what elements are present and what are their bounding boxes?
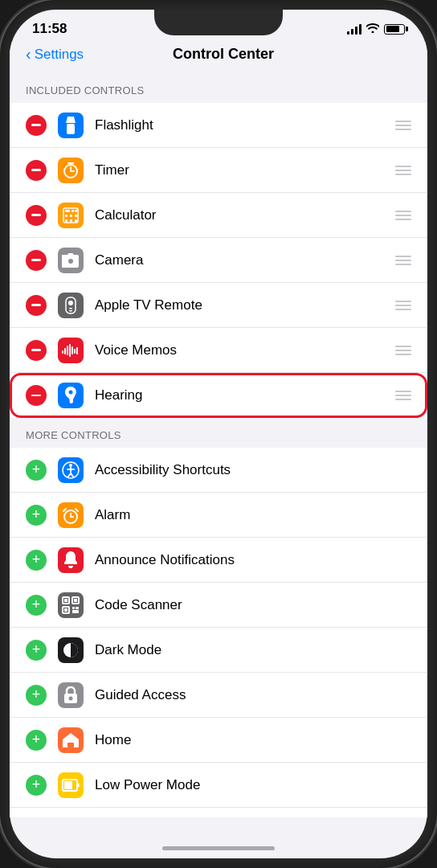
flashlight-icon xyxy=(58,113,84,138)
wifi-icon xyxy=(366,23,379,35)
svg-rect-23 xyxy=(69,344,71,357)
voicememos-icon xyxy=(58,338,84,363)
add-button-guidedaccess[interactable] xyxy=(26,685,47,706)
svg-rect-25 xyxy=(74,349,76,354)
phone-screen: 11:58 xyxy=(10,10,427,858)
svg-rect-11 xyxy=(65,219,67,222)
list-item[interactable]: Dark Mode xyxy=(10,628,427,673)
list-item[interactable]: Apple TV Remote xyxy=(10,283,427,328)
list-item[interactable]: Voice Memos xyxy=(10,328,427,373)
drag-handle-timer[interactable] xyxy=(395,166,411,175)
add-button-home[interactable] xyxy=(26,730,47,751)
timer-icon xyxy=(58,158,84,183)
lowpower-label: Low Power Mode xyxy=(95,777,411,793)
timer-label: Timer xyxy=(95,162,395,178)
svg-rect-46 xyxy=(76,607,79,609)
list-item[interactable]: Timer xyxy=(10,148,427,193)
hearing-label: Hearing xyxy=(95,387,395,403)
nav-bar: ‹ Settings Control Center xyxy=(10,42,427,73)
list-item[interactable]: Low Power Mode xyxy=(10,763,427,808)
drag-handle-calculator[interactable] xyxy=(395,211,411,220)
hearing-list-item[interactable]: Hearing xyxy=(10,373,427,418)
list-item[interactable]: Code Scanner xyxy=(10,583,427,628)
svg-rect-19 xyxy=(69,310,72,312)
svg-rect-22 xyxy=(67,346,68,355)
svg-rect-0 xyxy=(67,124,75,134)
svg-rect-42 xyxy=(64,599,67,602)
svg-rect-51 xyxy=(67,743,74,747)
more-controls-list: Accessibility Shortcuts Alar xyxy=(10,448,427,817)
included-controls-list: Flashlight xyxy=(10,103,427,418)
darkmode-label: Dark Mode xyxy=(95,642,411,658)
drag-handle-camera[interactable] xyxy=(395,256,411,265)
add-button-lowpower[interactable] xyxy=(26,775,47,796)
home-icon xyxy=(58,727,84,753)
remove-button-calculator[interactable] xyxy=(26,205,47,226)
list-item[interactable]: Calculator xyxy=(10,193,427,238)
camera-label: Camera xyxy=(95,252,395,268)
status-time: 11:58 xyxy=(32,21,67,37)
appletv-icon xyxy=(58,293,84,318)
list-item[interactable]: Home xyxy=(10,718,427,763)
remove-button-hearing[interactable] xyxy=(26,385,47,406)
list-item[interactable]: Guided Access xyxy=(10,673,427,718)
svg-rect-8 xyxy=(65,215,67,217)
svg-line-37 xyxy=(63,509,66,511)
list-item[interactable]: Alarm xyxy=(10,493,427,538)
list-item[interactable]: Magnifier xyxy=(10,808,427,817)
home-indicator xyxy=(162,846,275,850)
remove-button-timer[interactable] xyxy=(26,160,47,181)
accessibility-icon xyxy=(58,457,84,483)
add-button-darkmode[interactable] xyxy=(26,640,47,661)
svg-rect-43 xyxy=(74,599,77,602)
drag-handle-flashlight[interactable] xyxy=(395,121,411,130)
svg-rect-14 xyxy=(75,210,77,212)
back-button[interactable]: ‹ Settings xyxy=(26,45,84,63)
svg-line-38 xyxy=(76,509,78,511)
voicememos-label: Voice Memos xyxy=(95,342,395,358)
more-controls-header: MORE CONTROLS xyxy=(10,418,427,448)
announce-label: Announce Notifications xyxy=(95,552,411,568)
svg-rect-12 xyxy=(70,219,72,222)
remove-button-appletv[interactable] xyxy=(26,295,47,316)
list-item[interactable]: Camera xyxy=(10,238,427,283)
guidedaccess-icon xyxy=(58,682,84,708)
phone-frame: 11:58 xyxy=(0,0,437,868)
drag-handle-appletv[interactable] xyxy=(395,301,411,310)
svg-point-17 xyxy=(68,301,73,305)
remove-button-camera[interactable] xyxy=(26,250,47,271)
drag-handle-voicememos[interactable] xyxy=(395,346,411,355)
content-area: INCLUDED CONTROLS Flashlight xyxy=(10,73,427,817)
remove-button-voicememos[interactable] xyxy=(26,340,47,361)
codescanner-icon xyxy=(58,592,84,618)
add-button-announce[interactable] xyxy=(26,550,47,571)
svg-rect-47 xyxy=(72,610,79,613)
svg-rect-21 xyxy=(64,348,66,354)
back-label[interactable]: Settings xyxy=(35,47,84,63)
status-icons xyxy=(347,23,405,35)
flashlight-label: Flashlight xyxy=(95,117,395,133)
svg-rect-9 xyxy=(70,215,72,217)
list-item[interactable]: Announce Notifications xyxy=(10,538,427,583)
add-button-alarm[interactable] xyxy=(26,505,47,526)
drag-handle-hearing[interactable] xyxy=(395,391,411,400)
camera-icon xyxy=(58,248,84,273)
appletv-label: Apple TV Remote xyxy=(95,297,395,313)
svg-point-50 xyxy=(69,696,73,700)
included-controls-header: INCLUDED CONTROLS xyxy=(10,73,427,103)
calculator-label: Calculator xyxy=(95,207,395,223)
lowpower-icon xyxy=(58,772,84,798)
list-item[interactable]: Flashlight xyxy=(10,103,427,148)
add-button-codescanner[interactable] xyxy=(26,595,47,616)
darkmode-icon xyxy=(58,637,84,663)
svg-point-29 xyxy=(69,464,72,467)
svg-rect-24 xyxy=(71,346,73,354)
accessibility-label: Accessibility Shortcuts xyxy=(95,462,411,478)
page-title: Control Center xyxy=(84,46,363,63)
guidedaccess-label: Guided Access xyxy=(95,687,411,703)
hearing-icon xyxy=(58,383,84,408)
battery-icon xyxy=(384,24,405,35)
list-item[interactable]: Accessibility Shortcuts xyxy=(10,448,427,493)
remove-button-flashlight[interactable] xyxy=(26,115,47,136)
add-button-accessibility[interactable] xyxy=(26,460,47,481)
